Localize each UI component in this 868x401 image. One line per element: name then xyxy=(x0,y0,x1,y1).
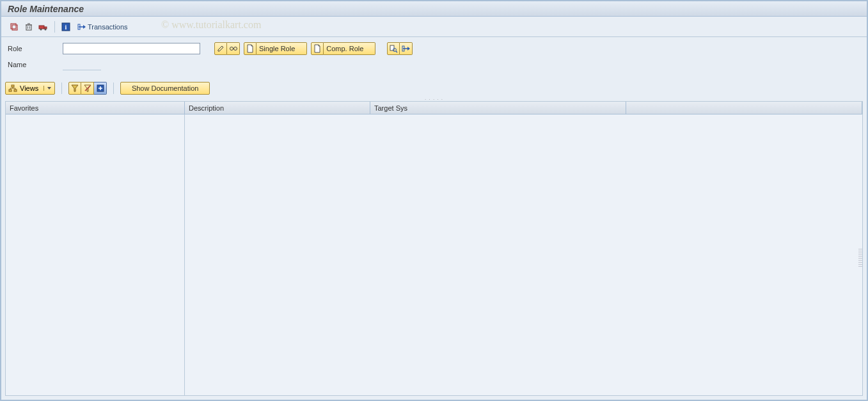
svg-marker-23 xyxy=(407,47,410,51)
top-toolbar: i Transactions © www.tutorialkart.com xyxy=(1,17,867,37)
grid-header: Favorites Description Target Sys xyxy=(6,102,862,114)
role-input[interactable] xyxy=(63,43,200,54)
svg-rect-27 xyxy=(14,90,17,91)
single-role-group: Single Role xyxy=(244,42,307,55)
svg-marker-33 xyxy=(72,85,78,91)
svg-rect-0 xyxy=(11,24,16,29)
separator xyxy=(61,83,62,94)
svg-point-17 xyxy=(233,47,237,51)
svg-marker-32 xyxy=(47,87,51,90)
name-field xyxy=(63,59,101,70)
main-window: Role Maintenance xyxy=(0,0,868,401)
separator xyxy=(54,21,55,33)
create-single-icon-button[interactable] xyxy=(244,42,256,55)
search-list-icon xyxy=(389,44,398,53)
page-title: Role Maintenance xyxy=(8,4,84,14)
name-label: Name xyxy=(8,61,59,68)
arrow-right-icon xyxy=(402,44,411,53)
svg-rect-19 xyxy=(390,45,394,51)
comp-role-button[interactable]: Comp. Role xyxy=(324,42,375,55)
info-icon: i xyxy=(61,22,70,31)
svg-text:i: i xyxy=(65,24,67,31)
svg-rect-2 xyxy=(26,25,31,30)
pencil-icon xyxy=(217,45,225,52)
titlebar: Role Maintenance xyxy=(1,1,867,17)
caret-down-icon xyxy=(47,86,52,91)
separator xyxy=(113,83,114,94)
column-favorites[interactable]: Favorites xyxy=(6,102,185,114)
document-icon xyxy=(313,44,321,53)
single-role-label: Single Role xyxy=(259,45,295,52)
arrow-right-icon xyxy=(77,22,86,31)
filter-off-icon xyxy=(84,84,91,92)
filter-icon xyxy=(71,84,79,92)
svg-point-16 xyxy=(230,47,233,51)
assign-button[interactable] xyxy=(400,42,413,55)
column-empty xyxy=(626,102,862,114)
document-icon xyxy=(246,44,254,53)
watermark-text: © www.tutorialkart.com xyxy=(161,19,261,31)
grid-container: Favorites Description Target Sys xyxy=(5,101,863,396)
trash-icon xyxy=(24,22,33,31)
grid-body xyxy=(6,114,862,395)
svg-rect-7 xyxy=(39,26,44,29)
svg-line-21 xyxy=(396,51,397,52)
hierarchy-icon xyxy=(8,84,17,92)
expand-icon xyxy=(97,84,104,92)
copy-icon xyxy=(10,22,19,31)
comp-role-group: Comp. Role xyxy=(311,42,375,55)
role-label: Role xyxy=(8,45,59,52)
svg-point-9 xyxy=(40,28,42,30)
where-used-button[interactable] xyxy=(387,42,400,55)
svg-marker-14 xyxy=(83,25,86,29)
create-comp-icon-button[interactable] xyxy=(311,42,324,55)
glasses-icon xyxy=(229,45,238,52)
svg-rect-25 xyxy=(12,85,14,87)
transactions-label: Transactions xyxy=(88,23,128,31)
views-button[interactable]: Views xyxy=(5,82,55,95)
filter-delete-button[interactable] xyxy=(81,82,94,95)
favorites-tree-area[interactable] xyxy=(6,114,185,395)
transactions-button[interactable]: Transactions xyxy=(74,20,131,33)
transport-button[interactable] xyxy=(37,20,50,33)
column-description[interactable]: Description xyxy=(185,102,370,114)
svg-rect-26 xyxy=(9,90,12,91)
form-area: Role xyxy=(1,37,867,82)
filter-button[interactable] xyxy=(68,82,81,95)
expand-button[interactable] xyxy=(94,82,107,95)
single-role-button[interactable]: Single Role xyxy=(256,42,307,55)
display-button[interactable] xyxy=(227,42,240,55)
extra-actions-group xyxy=(387,42,413,55)
name-row: Name xyxy=(8,59,860,70)
dropdown-caret xyxy=(43,86,52,91)
column-target-sys[interactable]: Target Sys xyxy=(370,102,626,114)
scroll-handle[interactable] xyxy=(858,249,862,268)
filter-group xyxy=(68,82,107,95)
show-doc-label: Show Documentation xyxy=(132,84,199,92)
delete-button[interactable] xyxy=(22,20,35,33)
svg-rect-1 xyxy=(12,25,17,30)
details-area[interactable] xyxy=(185,114,862,395)
svg-point-10 xyxy=(45,28,47,30)
edit-display-group xyxy=(214,42,240,55)
role-row: Role xyxy=(8,42,860,55)
comp-role-label: Comp. Role xyxy=(326,45,363,52)
edit-button[interactable] xyxy=(214,42,227,55)
show-documentation-button[interactable]: Show Documentation xyxy=(120,82,210,95)
info-button[interactable]: i xyxy=(59,20,72,33)
views-label: Views xyxy=(20,84,38,92)
truck-icon xyxy=(38,22,49,31)
copy-button[interactable] xyxy=(8,20,20,33)
